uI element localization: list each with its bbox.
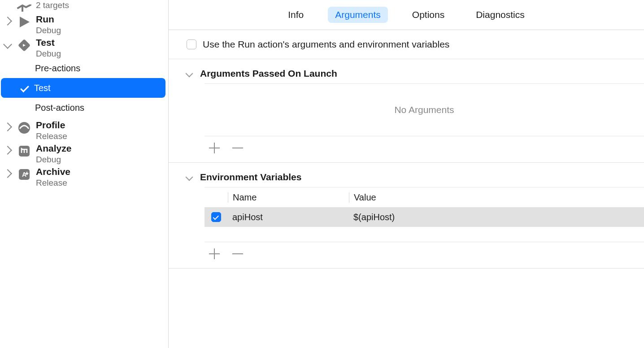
env-table-header: Name Value [205,187,644,207]
scheme-subtitle: Debug [36,154,168,165]
hammer-icon [17,1,32,12]
sidebar-item-label: Pre-actions [35,63,80,74]
play-icon [17,14,32,30]
gauge-icon [17,120,32,135]
scheme-subtitle: Release [36,131,168,142]
chevron-down-icon[interactable] [186,70,193,78]
build-targets-label: 2 targets [36,0,168,11]
chevron-right-icon [3,17,12,26]
arguments-section-title: Arguments Passed On Launch [200,68,337,79]
add-argument-button[interactable] [209,143,220,153]
add-env-button[interactable] [209,248,220,259]
chevron-down-icon [3,40,12,49]
env-row[interactable]: apiHost $(apiHost) [205,207,644,227]
checkmark-icon [20,83,29,92]
main-panel: Info Arguments Options Diagnostics Use t… [169,0,644,348]
scheme-row-test[interactable]: Test Debug [0,35,168,58]
scheme-title: Test [36,37,168,48]
chevron-right-icon [3,169,12,178]
env-table: Name Value apiHost $(apiHost) [205,187,644,242]
scheme-subtitle: Debug [36,25,168,36]
archive-icon: A [17,167,32,182]
analyze-icon [17,144,32,159]
scheme-subtitle: Debug [36,48,168,59]
scheme-row-archive[interactable]: A Archive Release [0,164,168,187]
remove-argument-button[interactable] [232,143,243,153]
scheme-title: Archive [36,166,168,178]
scheme-row-run[interactable]: Run Debug [0,12,168,35]
test-diamond-icon [17,38,32,53]
use-run-action-checkbox[interactable] [187,39,196,49]
sidebar-item-post-actions[interactable]: Post-actions [0,98,168,117]
env-row-value[interactable]: $(apiHost) [349,212,644,222]
scheme-tabbar: Info Arguments Options Diagnostics [169,0,644,30]
svg-text:A: A [22,171,26,178]
scheme-title: Run [36,13,168,25]
env-row-name[interactable]: apiHost [228,212,349,222]
scheme-row-profile[interactable]: Profile Release [0,117,168,141]
env-col-value[interactable]: Value [349,192,644,203]
sidebar-item-label: Test [34,83,51,93]
scheme-row-analyze[interactable]: Analyze Debug [0,141,168,164]
scheme-sidebar: 2 targets Run Debug [0,0,169,348]
remove-env-button[interactable] [232,248,243,259]
chevron-right-icon [3,122,12,131]
env-row-enabled-checkbox[interactable] [211,212,221,222]
env-section-title: Environment Variables [200,172,301,183]
chevron-down-icon[interactable] [186,174,193,181]
arguments-empty: No Arguments [205,83,644,136]
tab-arguments[interactable]: Arguments [328,7,388,23]
scheme-title: Profile [36,119,168,131]
sidebar-item-test[interactable]: Test [1,78,165,98]
sidebar-item-label: Post-actions [35,103,84,113]
scheme-title: Analyze [36,143,168,154]
env-col-name[interactable]: Name [228,192,349,203]
scheme-build-partial[interactable]: 2 targets [0,0,168,12]
tab-info[interactable]: Info [281,7,311,23]
sidebar-item-pre-actions[interactable]: Pre-actions [0,58,168,78]
tab-diagnostics[interactable]: Diagnostics [469,7,532,23]
scheme-subtitle: Release [36,178,168,188]
use-run-action-label: Use the Run action's arguments and envir… [203,39,449,50]
tab-options[interactable]: Options [405,7,452,23]
chevron-right-icon [3,146,12,155]
